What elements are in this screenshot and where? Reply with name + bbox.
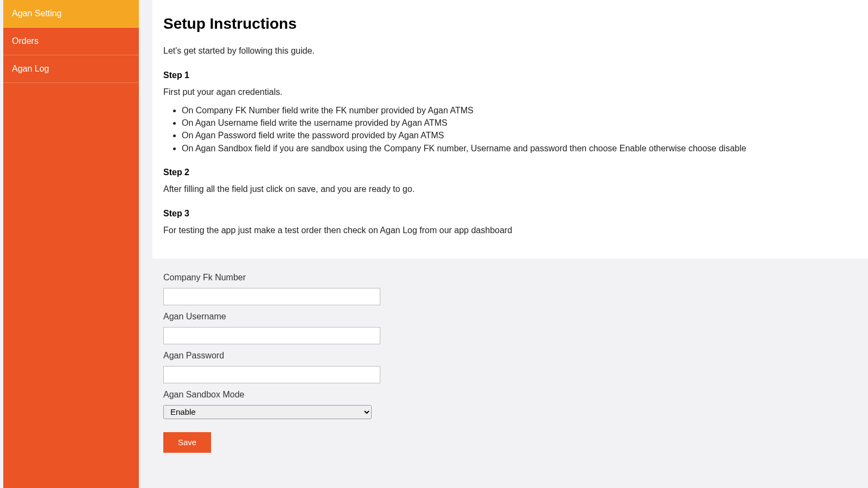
sidebar-item-orders[interactable]: Orders [3, 28, 139, 55]
sidebar-item-label: Agan Log [12, 64, 49, 73]
sidebar: Agan Setting Orders Agan Log [3, 0, 139, 488]
agan-sandbox-label: Agan Sandbox Mode [163, 390, 857, 400]
step3-text: For testing the app just make a test ord… [163, 224, 857, 237]
step2-text: After filling all the field just click o… [163, 183, 857, 196]
save-button[interactable]: Save [163, 432, 211, 453]
step1-bullet: On Agan Sandbox field if you are sandbox… [182, 142, 857, 155]
agan-password-input[interactable] [163, 366, 380, 383]
step3-heading: Step 3 [163, 209, 857, 219]
step1-bullets: On Company FK Number field write the FK … [182, 104, 857, 155]
agan-username-label: Agan Username [163, 312, 857, 322]
page-title: Setup Instructions [163, 15, 857, 33]
step1-text: First put your agan credentials. [163, 86, 857, 99]
step1-bullet: On Company FK Number field write the FK … [182, 104, 857, 117]
sidebar-item-agan-setting[interactable]: Agan Setting [3, 0, 139, 28]
company-fk-input[interactable] [163, 288, 380, 305]
step2-heading: Step 2 [163, 168, 857, 177]
intro-text: Let's get started by following this guid… [163, 44, 857, 57]
main-content: Setup Instructions Let's get started by … [139, 0, 868, 488]
company-fk-label: Company Fk Number [163, 273, 857, 282]
settings-form: Company Fk Number Agan Username Agan Pas… [152, 268, 868, 469]
sidebar-item-agan-log[interactable]: Agan Log [3, 55, 139, 83]
sidebar-item-label: Agan Setting [12, 9, 62, 18]
step1-bullet: On Agan Password field write the passwor… [182, 129, 857, 142]
agan-username-input[interactable] [163, 327, 380, 344]
setup-instructions: Setup Instructions Let's get started by … [152, 0, 868, 259]
agan-password-label: Agan Password [163, 351, 857, 361]
step1-heading: Step 1 [163, 70, 857, 80]
step1-bullet: On Agan Username field write the usernam… [182, 117, 857, 129]
agan-sandbox-select[interactable]: Enable Disable [163, 405, 372, 419]
sidebar-item-label: Orders [12, 36, 39, 46]
